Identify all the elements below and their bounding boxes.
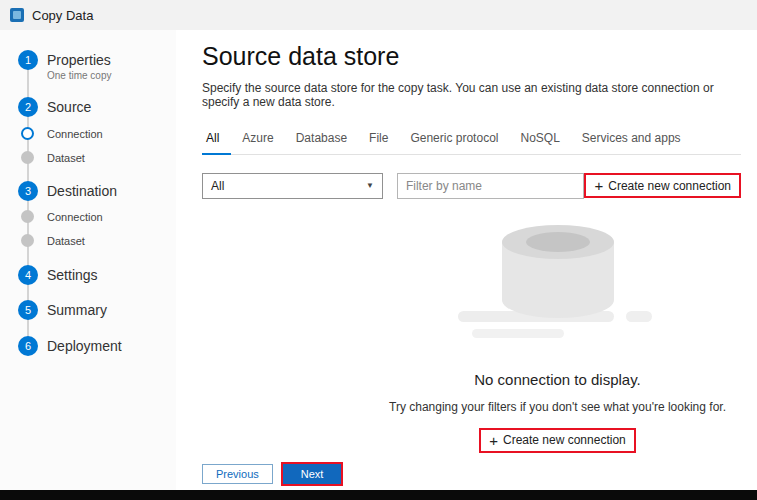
cylinder-opening [526,232,590,252]
illustration-shadow [472,329,564,338]
substep-dot [21,210,34,223]
page-title: Source data store [202,42,741,71]
next-button[interactable]: Next [283,464,342,484]
step-label: Destination [47,181,117,201]
step-sublabel: One time copy [47,70,111,81]
step-label: Source [47,97,91,117]
annotation-box-next: Next [281,462,344,486]
bottom-bar [0,490,757,500]
step-label: Settings [47,265,98,285]
step-properties[interactable]: 1 Properties One time copy [18,50,111,81]
tab-nosql[interactable]: NoSQL [509,125,570,154]
empty-state-illustration [458,225,658,349]
chevron-down-icon: ▼ [366,181,374,190]
substep-dot-current [21,127,34,140]
connection-type-dropdown[interactable]: All ▼ [202,173,383,199]
annotation-box-create-top: + Create new connection [584,173,741,198]
step-label: Summary [47,300,107,320]
wizard-stepper: 1 Properties One time copy 2 Source Conn… [0,30,176,490]
substep-source-dataset[interactable]: Dataset [21,151,85,164]
illustration-shadow [626,311,652,322]
step-number-bubble: 4 [18,265,38,285]
empty-state-subtitle: Try changing your filters if you don't s… [389,400,726,414]
filter-row: All ▼ + Create new connection [202,173,741,199]
substep-destination-connection[interactable]: Connection [21,210,103,223]
step-destination[interactable]: 3 Destination [18,181,117,201]
create-new-connection-button-center[interactable]: + Create new connection [481,430,634,451]
substep-dot [21,234,34,247]
substep-destination-dataset[interactable]: Dataset [21,234,85,247]
step-number-bubble: 5 [18,300,38,320]
tab-azure[interactable]: Azure [231,125,284,154]
substep-label: Dataset [47,152,85,164]
step-summary[interactable]: 5 Summary [18,300,107,320]
substep-label: Dataset [47,235,85,247]
substep-label: Connection [47,211,103,223]
substep-dot [21,151,34,164]
app-header: Copy Data [0,0,757,30]
substep-label: Connection [47,128,103,140]
step-settings[interactable]: 4 Settings [18,265,98,285]
filter-by-name-input[interactable] [397,173,585,199]
category-tabs: All Azure Database File Generic protocol… [202,125,741,155]
tab-file[interactable]: File [358,125,399,154]
tab-all[interactable]: All [202,125,231,155]
empty-state-title: No connection to display. [474,371,641,388]
plus-icon: + [594,178,603,193]
wizard-footer: Previous Next [202,462,343,486]
previous-button[interactable]: Previous [202,464,273,484]
main-panel: Source data store Specify the source dat… [176,30,757,490]
annotation-box-create-center: + Create new connection [479,428,636,453]
step-number-bubble: 6 [18,336,38,356]
create-new-connection-button-top[interactable]: + Create new connection [586,175,739,196]
step-deployment[interactable]: 6 Deployment [18,336,122,356]
step-number-bubble: 2 [18,97,38,117]
plus-icon: + [489,433,498,448]
step-label: Properties [47,50,111,70]
page-description: Specify the source data store for the co… [202,81,741,109]
create-button-label: Create new connection [503,433,626,447]
tab-generic-protocol[interactable]: Generic protocol [399,125,509,154]
substep-source-connection[interactable]: Connection [21,127,103,140]
dropdown-selected-value: All [211,179,224,193]
step-number-bubble: 3 [18,181,38,201]
step-number-bubble: 1 [18,50,38,70]
step-label: Deployment [47,336,122,356]
empty-state: No connection to display. Try changing y… [288,225,757,453]
copy-data-icon [10,8,24,22]
tab-services-and-apps[interactable]: Services and apps [571,125,692,154]
create-button-label: Create new connection [608,179,731,193]
app-title: Copy Data [32,8,93,23]
step-source[interactable]: 2 Source [18,97,91,117]
tab-database[interactable]: Database [285,125,358,154]
